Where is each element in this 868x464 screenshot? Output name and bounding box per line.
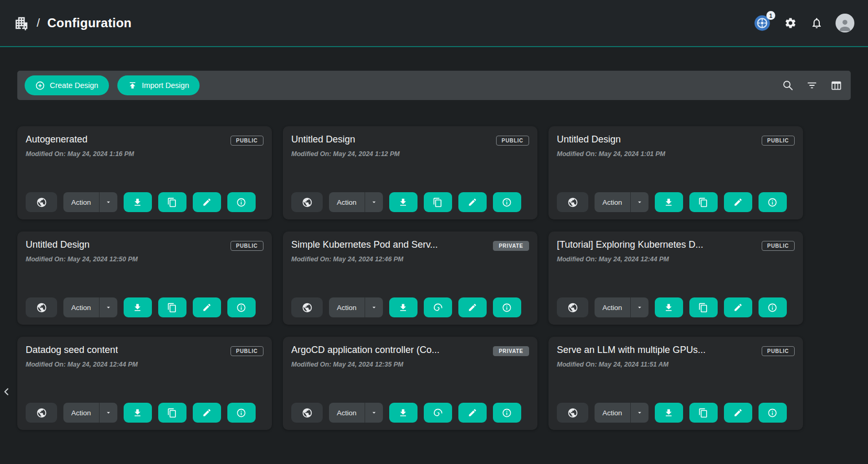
visibility-badge: PUBLIC [762, 346, 795, 356]
clone-button[interactable] [158, 192, 186, 212]
download-icon [664, 303, 674, 313]
chevron-down-icon [105, 409, 112, 416]
download-button[interactable] [655, 297, 683, 317]
card-action-bar: Action [26, 403, 263, 423]
action-dropdown-button[interactable] [631, 403, 649, 423]
info-button[interactable] [759, 403, 787, 423]
info-button[interactable] [227, 403, 256, 423]
chevron-down-icon [636, 304, 643, 311]
download-icon [133, 197, 142, 207]
edit-button[interactable] [724, 403, 752, 423]
table-icon [830, 80, 842, 92]
clone-button[interactable] [689, 192, 718, 212]
design-title: [Tutorial] Exploring Kubernetes D... [557, 239, 703, 250]
clone-button[interactable] [158, 297, 186, 317]
download-button[interactable] [655, 192, 683, 212]
gear-icon [784, 17, 797, 29]
action-dropdown-button[interactable] [100, 192, 117, 212]
user-avatar[interactable] [836, 14, 854, 32]
search-button[interactable] [781, 79, 795, 92]
action-button[interactable]: Action [63, 192, 100, 212]
notifications-button[interactable] [809, 16, 824, 30]
action-split-button: Action [595, 297, 649, 317]
edit-button[interactable] [458, 297, 487, 317]
spiral-icon [433, 407, 443, 418]
visibility-globe-button[interactable] [291, 403, 323, 423]
action-button[interactable]: Action [63, 297, 100, 317]
modified-on-text: Modified On: May 24, 2024 1:01 PM [557, 150, 795, 158]
sidebar-collapse-button[interactable] [0, 384, 14, 401]
open-in-kanvas-button[interactable] [424, 297, 452, 317]
info-button[interactable] [227, 297, 256, 317]
filter-button[interactable] [805, 79, 819, 92]
info-button[interactable] [759, 297, 787, 317]
table-view-button[interactable] [829, 79, 843, 93]
copy-icon [167, 303, 177, 313]
pencil-icon [468, 303, 477, 312]
edit-button[interactable] [724, 192, 752, 212]
open-in-kanvas-button[interactable] [424, 403, 452, 423]
visibility-globe-button[interactable] [557, 297, 588, 317]
visibility-badge: PRIVATE [493, 241, 529, 251]
download-button[interactable] [124, 297, 152, 317]
settings-button[interactable] [783, 16, 798, 30]
info-icon [236, 408, 246, 418]
info-button[interactable] [493, 297, 521, 317]
copy-icon [698, 197, 708, 207]
action-button[interactable]: Action [329, 297, 365, 317]
info-button[interactable] [227, 192, 256, 212]
info-button[interactable] [493, 403, 521, 423]
organization-building-icon[interactable] [14, 15, 29, 31]
action-button[interactable]: Action [329, 192, 365, 212]
action-dropdown-button[interactable] [365, 403, 383, 423]
visibility-globe-button[interactable] [291, 297, 323, 317]
copy-icon [433, 197, 443, 207]
action-dropdown-button[interactable] [365, 192, 383, 212]
action-dropdown-button[interactable] [631, 297, 649, 317]
clone-button[interactable] [689, 403, 718, 423]
globe-icon [567, 302, 578, 313]
cloud-provider-button[interactable]: 1 [753, 14, 772, 32]
create-design-button[interactable]: Create Design [25, 75, 109, 95]
modified-on-text: Modified On: May 24, 2024 11:51 AM [557, 361, 795, 368]
clone-button[interactable] [424, 192, 452, 212]
action-button[interactable]: Action [63, 403, 100, 423]
action-button[interactable]: Action [595, 297, 631, 317]
action-dropdown-button[interactable] [365, 297, 383, 317]
action-dropdown-button[interactable] [100, 297, 117, 317]
design-title: Untitled Design [26, 239, 90, 250]
import-design-button[interactable]: Import Design [117, 75, 200, 95]
visibility-globe-button[interactable] [557, 403, 588, 423]
edit-button[interactable] [458, 403, 487, 423]
download-icon [133, 303, 142, 313]
download-button[interactable] [124, 403, 152, 423]
edit-button[interactable] [193, 192, 221, 212]
edit-button[interactable] [193, 403, 221, 423]
visibility-globe-button[interactable] [26, 297, 57, 317]
clone-button[interactable] [689, 297, 718, 317]
action-dropdown-button[interactable] [631, 192, 649, 212]
download-button[interactable] [655, 403, 683, 423]
edit-button[interactable] [193, 297, 221, 317]
download-button[interactable] [389, 192, 417, 212]
action-button[interactable]: Action [329, 403, 365, 423]
download-button[interactable] [389, 297, 417, 317]
action-split-button: Action [63, 192, 117, 212]
action-button[interactable]: Action [595, 403, 631, 423]
action-dropdown-button[interactable] [100, 403, 117, 423]
edit-button[interactable] [458, 192, 487, 212]
download-button[interactable] [389, 403, 417, 423]
visibility-globe-button[interactable] [26, 192, 57, 212]
visibility-badge: PUBLIC [496, 136, 529, 146]
info-button[interactable] [493, 192, 521, 212]
visibility-globe-button[interactable] [557, 192, 588, 212]
action-button[interactable]: Action [595, 192, 631, 212]
download-button[interactable] [124, 192, 152, 212]
edit-button[interactable] [724, 297, 752, 317]
clone-button[interactable] [158, 403, 186, 423]
info-icon [502, 197, 512, 207]
info-button[interactable] [759, 192, 787, 212]
globe-icon [36, 197, 47, 208]
visibility-globe-button[interactable] [26, 403, 57, 423]
visibility-globe-button[interactable] [291, 192, 323, 212]
